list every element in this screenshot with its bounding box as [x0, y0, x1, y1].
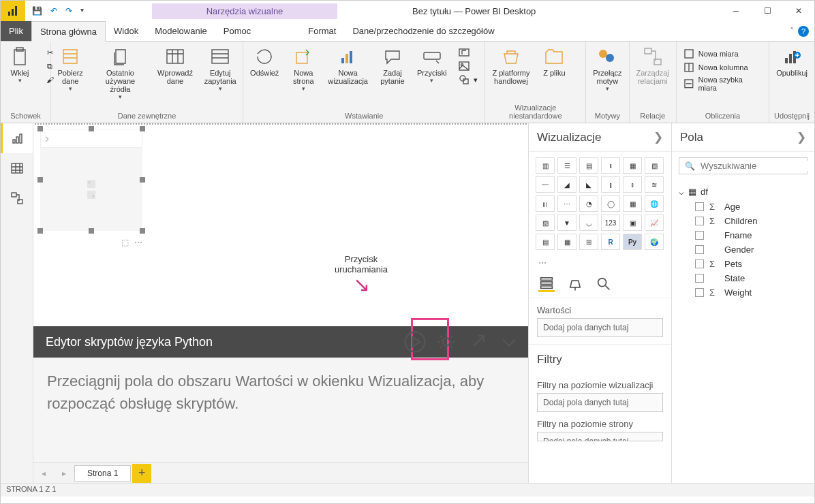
viz-combo1[interactable]: ⫿: [601, 176, 620, 193]
viz-kpi[interactable]: 📈: [645, 215, 664, 231]
viz-slicer[interactable]: ▤: [536, 234, 555, 250]
viz-filled-map[interactable]: ▨: [536, 215, 555, 231]
visual-filters-drop[interactable]: Dodaj pola danych tutaj: [537, 393, 663, 412]
qat-customize-icon[interactable]: ▾: [78, 5, 87, 17]
new-visual-button[interactable]: Nowa wizualizacja: [324, 43, 372, 88]
checkbox-icon[interactable]: [695, 288, 704, 297]
viz-card[interactable]: 123: [601, 215, 620, 231]
enter-data-button[interactable]: Wprowadź dane: [154, 43, 197, 88]
paste-button[interactable]: Wklej ▾: [3, 43, 36, 86]
viz-combo2[interactable]: ⫾: [623, 176, 642, 193]
viz-more-icon[interactable]: ⋯: [529, 255, 671, 270]
viz-donut[interactable]: ◯: [601, 195, 620, 212]
save-icon[interactable]: 💾: [29, 5, 45, 17]
search-input[interactable]: [701, 161, 815, 171]
fields-tab[interactable]: [538, 276, 555, 292]
viz-table[interactable]: ▦: [557, 234, 576, 250]
redo-icon[interactable]: ↷: [63, 5, 75, 17]
tab-view[interactable]: Widok: [106, 21, 147, 41]
model-view-button[interactable]: [1, 183, 33, 213]
visual-more-icon[interactable]: ⋯: [134, 238, 142, 247]
viz-100-col[interactable]: ▧: [645, 157, 664, 174]
viz-matrix[interactable]: ⊞: [579, 234, 598, 250]
viz-stacked-bar-h[interactable]: ☰: [557, 157, 576, 174]
refresh-button[interactable]: Odśwież: [246, 43, 283, 80]
image-button[interactable]: [455, 59, 482, 73]
viz-stacked-bar[interactable]: ▥: [536, 157, 555, 174]
viz-treemap[interactable]: ▦: [623, 195, 642, 212]
report-view-button[interactable]: [1, 123, 33, 153]
viz-waterfall[interactable]: ⫼: [536, 195, 555, 212]
popout-script-button[interactable]: [465, 330, 490, 354]
tab-home[interactable]: Strona główna: [31, 21, 106, 42]
data-view-button[interactable]: [1, 153, 33, 183]
edit-queries-button[interactable]: Edytuj zapytania▾: [200, 43, 240, 95]
python-visual-placeholder[interactable]: › ⬚ ⋯: [40, 129, 142, 231]
viz-funnel[interactable]: ▼: [557, 215, 576, 231]
page-filters-drop[interactable]: Dodaj pola danych tutaj: [537, 432, 663, 441]
field-fname[interactable]: Fname: [679, 228, 808, 242]
new-quick-measure-button[interactable]: Nowa szybka miara: [679, 74, 766, 93]
tab-modeling[interactable]: Modelowanie: [147, 21, 215, 41]
from-file-button[interactable]: Z pliku: [538, 43, 570, 80]
collapse-script-button[interactable]: [497, 330, 521, 354]
viz-100-bar[interactable]: ▦: [623, 157, 642, 174]
checkbox-icon[interactable]: [695, 217, 704, 225]
format-tab[interactable]: [567, 276, 583, 292]
field-gender[interactable]: Gender: [679, 242, 808, 257]
close-button[interactable]: ✕: [783, 1, 814, 21]
viz-ribbon[interactable]: ≋: [645, 176, 664, 193]
checkbox-icon[interactable]: [695, 259, 704, 268]
checkbox-icon[interactable]: [695, 274, 704, 283]
collapse-viz-pane-icon[interactable]: ❯: [653, 130, 663, 144]
textbox-button[interactable]: [455, 46, 482, 59]
minimize-button[interactable]: ─: [720, 1, 752, 21]
get-data-button[interactable]: Pobierz dane▾: [54, 43, 87, 95]
tab-drill[interactable]: Dane/przechodzenie do szczegółów: [344, 21, 502, 41]
field-state[interactable]: State: [679, 271, 808, 285]
viz-gauge[interactable]: ◡: [579, 215, 598, 231]
analytics-tab[interactable]: [596, 276, 612, 292]
visual-drill-icon[interactable]: ⬚: [121, 238, 129, 247]
page-prev-button[interactable]: ◂: [33, 469, 54, 478]
values-drop-zone[interactable]: Dodaj pola danych tutaj: [537, 318, 663, 337]
switch-theme-button[interactable]: Przełącz motyw▾: [589, 43, 626, 95]
tab-help[interactable]: Pomoc: [215, 21, 259, 41]
viz-python[interactable]: Py: [623, 234, 642, 250]
viz-stacked-area[interactable]: ◣: [579, 176, 598, 193]
page-tab-1[interactable]: Strona 1: [74, 465, 131, 482]
collapse-ribbon-icon[interactable]: ˄: [790, 27, 794, 36]
buttons-button[interactable]: Przyciski▾: [413, 43, 450, 86]
viz-r[interactable]: R: [601, 234, 620, 250]
add-page-button[interactable]: +: [132, 464, 151, 483]
new-page-button[interactable]: Nowa strona▾: [287, 43, 320, 95]
page-next-button[interactable]: ▸: [54, 469, 74, 478]
from-marketplace-button[interactable]: Z platformy handlowej: [488, 43, 534, 88]
table-df[interactable]: ⌵ ▦ df: [679, 184, 808, 200]
viz-clustered-bar[interactable]: ▤: [579, 157, 598, 174]
tab-format[interactable]: Format: [300, 21, 344, 41]
viz-scatter[interactable]: ⋯: [557, 195, 576, 212]
tab-file[interactable]: Plik: [1, 21, 31, 41]
run-script-button[interactable]: [403, 330, 427, 354]
viz-clustered-column[interactable]: ⫾: [601, 157, 620, 174]
collapse-fields-pane-icon[interactable]: ❯: [797, 130, 806, 144]
field-weight[interactable]: ΣWeight: [679, 285, 808, 300]
new-column-button[interactable]: Nowa kolumna: [679, 61, 766, 74]
checkbox-icon[interactable]: [695, 245, 704, 254]
field-children[interactable]: ΣChildren: [679, 214, 808, 228]
field-age[interactable]: ΣAge: [679, 200, 808, 214]
new-measure-button[interactable]: Nowa miara: [679, 47, 766, 61]
ask-question-button[interactable]: Zadaj pytanie: [376, 43, 409, 88]
script-options-button[interactable]: [434, 330, 459, 354]
viz-map[interactable]: 🌐: [645, 195, 664, 212]
publish-button[interactable]: Opublikuj: [772, 43, 812, 80]
manage-relations-button[interactable]: Zarządzaj relacjami: [632, 43, 673, 88]
viz-pie[interactable]: ◔: [579, 195, 598, 212]
field-pets[interactable]: ΣPets: [679, 257, 808, 271]
viz-line[interactable]: 〰: [536, 176, 555, 193]
help-icon[interactable]: ?: [798, 26, 809, 37]
fields-search[interactable]: 🔍: [679, 157, 808, 174]
recent-sources-button[interactable]: Ostatnio używane źródła▾: [91, 43, 149, 103]
viz-multi-card[interactable]: ▣: [623, 215, 642, 231]
